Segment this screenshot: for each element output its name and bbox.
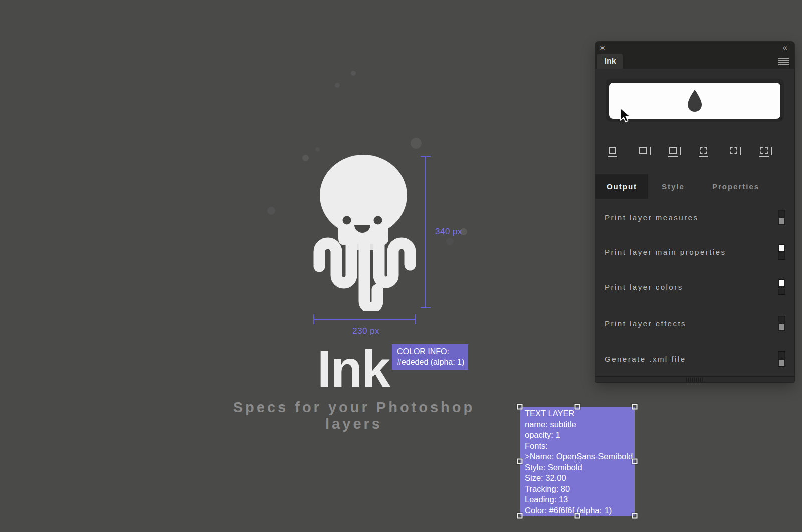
transform-handle[interactable]: [632, 459, 638, 464]
spacing-below-icon[interactable]: [699, 147, 716, 160]
transform-handle[interactable]: [574, 513, 580, 519]
toggle-print-layer-effects[interactable]: [778, 316, 785, 331]
panel-menu-icon[interactable]: [778, 58, 789, 65]
measure-below-icon[interactable]: [608, 147, 625, 160]
toggle-print-layer-measures[interactable]: [778, 210, 785, 225]
transform-handle[interactable]: [517, 513, 523, 519]
measure-below-right-icon[interactable]: [668, 147, 685, 160]
text-layer-line: opacity: 1: [525, 430, 635, 441]
horizontal-measure-label: 230 px: [352, 326, 379, 336]
panel-tabbar: Ink: [595, 54, 794, 69]
panel-topbar: × «: [595, 42, 794, 54]
text-layer-info-box[interactable]: TEXT LAYER name: subtitle opacity: 1 Fon…: [520, 407, 635, 516]
spacing-below-right-icon[interactable]: [759, 147, 776, 160]
bokeh-dot: [302, 155, 309, 161]
toggle-generate-xml-file[interactable]: [778, 351, 785, 367]
bokeh-dot: [446, 238, 454, 245]
transform-handle[interactable]: [517, 459, 523, 464]
photoshop-canvas: 340 px 230 px Ink Specs for your Photosh…: [0, 0, 802, 532]
panel-tab-ink[interactable]: Ink: [597, 54, 623, 69]
logo-title-text: Ink: [301, 343, 406, 395]
tab-properties[interactable]: Properties: [698, 174, 773, 199]
option-row-print-layer-measures: Print layer measures: [605, 209, 785, 226]
ink-plugin-panel: × « Ink Output Style Propertie: [595, 42, 794, 382]
ink-drop-icon: [685, 88, 705, 114]
spacing-right-icon[interactable]: [729, 147, 746, 160]
transform-handle[interactable]: [632, 404, 638, 410]
vertical-measure-label: 340 px: [435, 227, 462, 237]
text-layer-line: name: subtitle: [525, 419, 635, 430]
transform-handle[interactable]: [574, 404, 580, 410]
logo-subtitle-text: Specs for your Photoshop layers: [204, 399, 504, 432]
panel-grip-icon: [686, 378, 704, 382]
color-info-value: #ededed (alpha: 1): [397, 357, 468, 367]
text-layer-line: Style: Semibold: [525, 462, 635, 473]
tab-style[interactable]: Style: [648, 174, 698, 199]
panel-resize-bar[interactable]: [595, 376, 794, 382]
bokeh-dot: [351, 71, 356, 76]
option-row-print-layer-colors: Print layer colors: [605, 278, 785, 295]
text-layer-line: Tracking: 80: [525, 484, 635, 495]
option-label: Print layer effects: [605, 319, 686, 328]
text-layer-line: TEXT LAYER: [525, 408, 635, 419]
option-label: Generate .xml file: [605, 355, 686, 363]
tab-output[interactable]: Output: [595, 174, 648, 199]
color-info-tooltip: COLOR INFO: #ededed (alpha: 1): [392, 344, 468, 370]
option-row-print-layer-main-properties: Print layer main properties: [605, 243, 785, 260]
text-layer-line: Size: 32.00: [525, 473, 635, 484]
option-label: Print layer main properties: [605, 248, 726, 256]
measure-right-icon[interactable]: [638, 147, 655, 160]
collapse-panel-icon[interactable]: «: [783, 42, 787, 53]
bokeh-dot: [335, 83, 340, 88]
panel-header: × « Ink: [595, 42, 794, 69]
panel-section-tabs: Output Style Properties: [595, 174, 794, 199]
close-panel-icon[interactable]: ×: [600, 43, 605, 54]
option-row-generate-xml-file: Generate .xml file: [605, 350, 785, 367]
option-label: Print layer measures: [605, 213, 699, 222]
transform-reference-point-icon: [574, 457, 580, 463]
toggle-print-layer-main-properties[interactable]: [778, 244, 785, 260]
mouse-cursor-icon: [620, 108, 633, 125]
bokeh-dot: [411, 138, 422, 149]
octopus-logo: [311, 150, 421, 311]
color-info-heading: COLOR INFO:: [397, 346, 468, 357]
text-layer-line: Leading: 13: [525, 494, 635, 505]
option-label: Print layer colors: [605, 283, 683, 291]
transform-handle[interactable]: [517, 404, 523, 410]
transform-handle[interactable]: [632, 513, 638, 519]
option-row-print-layer-effects: Print layer effects: [605, 315, 785, 332]
text-layer-line: Fonts:: [525, 441, 635, 452]
toggle-print-layer-colors[interactable]: [778, 279, 785, 295]
bokeh-dot: [267, 207, 275, 215]
current-color-swatch[interactable]: [609, 83, 780, 119]
